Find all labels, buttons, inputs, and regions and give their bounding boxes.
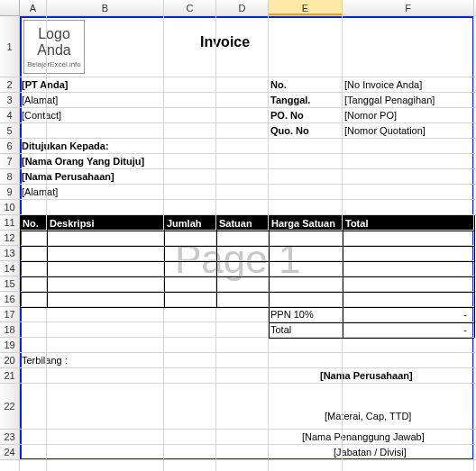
- row-header-11[interactable]: 11: [0, 215, 20, 231]
- row-header-3[interactable]: 3: [0, 93, 20, 108]
- meta-date-val[interactable]: [Tanggal Penagihan]: [344, 95, 435, 105]
- row-header-13[interactable]: 13: [0, 246, 20, 261]
- row-header-22[interactable]: 22: [0, 384, 20, 430]
- recipient-heading[interactable]: Ditujukan Kepada:: [22, 140, 109, 151]
- row-header-10[interactable]: 10: [0, 200, 20, 215]
- th-unit: Satuan: [216, 218, 269, 229]
- row-header-14[interactable]: 14: [0, 261, 20, 276]
- row-header-8[interactable]: 8: [0, 169, 20, 185]
- terbilang-label[interactable]: Terbilang :: [22, 355, 68, 366]
- th-desc: Deskripsi: [47, 218, 164, 229]
- row-header-1[interactable]: 1: [0, 16, 20, 77]
- meta-po-val[interactable]: [Nomor PO]: [344, 110, 397, 121]
- logo-text-1: Logo: [38, 26, 70, 42]
- col-header-F[interactable]: F: [343, 0, 474, 15]
- meta-quo-val[interactable]: [Nomor Quotation]: [344, 125, 426, 136]
- sender-address[interactable]: [Alamat]: [22, 95, 58, 105]
- row-header-18[interactable]: 18: [0, 322, 20, 338]
- sign-stamp[interactable]: [Materai, Cap, TTD]: [325, 411, 411, 421]
- row-header-23[interactable]: 23: [0, 430, 20, 445]
- meta-date-label[interactable]: Tanggal.: [270, 95, 310, 105]
- row-header-19[interactable]: 19: [0, 338, 20, 353]
- row-header-17[interactable]: 17: [0, 307, 20, 322]
- meta-no-label[interactable]: No.: [270, 79, 287, 90]
- logo-subtext: BelajarExcel.info: [27, 60, 81, 68]
- sign-company[interactable]: [Nama Perusahaan]: [320, 370, 413, 381]
- row-header-2[interactable]: 2: [0, 77, 20, 93]
- row-headers: 123456789101112131415161718192021222324: [0, 16, 20, 471]
- th-total: Total: [343, 218, 474, 229]
- th-qty: Jumlah: [164, 218, 216, 229]
- row-header-7[interactable]: 7: [0, 154, 20, 169]
- row-header-16[interactable]: 16: [0, 292, 20, 307]
- row-header-24[interactable]: 24: [0, 445, 20, 460]
- row-header-20[interactable]: 20: [0, 353, 20, 368]
- recipient-company[interactable]: [Nama Perusahaan]: [22, 171, 114, 182]
- recipient-address[interactable]: [Alamat]: [22, 186, 58, 197]
- th-price: Harga Satuan: [269, 218, 343, 229]
- col-header-A[interactable]: A: [20, 0, 47, 15]
- col-header-B[interactable]: B: [47, 0, 164, 15]
- th-no: No.: [20, 218, 47, 229]
- logo-text-2: Anda: [37, 42, 70, 59]
- sheet-area[interactable]: Logo Anda BelajarExcel.info Invoice [PT …: [20, 16, 476, 471]
- sender-company[interactable]: [PT Anda]: [22, 79, 69, 90]
- meta-no-val[interactable]: [No Invoice Anda]: [344, 79, 422, 90]
- col-header-D[interactable]: D: [216, 0, 269, 15]
- row-header-4[interactable]: 4: [0, 108, 20, 123]
- meta-po-label[interactable]: PO. No: [270, 110, 304, 121]
- total-label[interactable]: Total: [270, 324, 291, 335]
- invoice-title: Invoice: [200, 34, 250, 50]
- total-val[interactable]: -: [343, 324, 471, 335]
- table-header-row: No. Deskripsi Jumlah Satuan Harga Satuan…: [20, 215, 474, 231]
- row-header-9[interactable]: 9: [0, 185, 20, 200]
- sign-person[interactable]: [Nama Penanggung Jawab]: [302, 431, 425, 442]
- ppn-label[interactable]: PPN 10%: [270, 309, 314, 320]
- col-header-E[interactable]: E: [269, 0, 343, 15]
- row-header-6[interactable]: 6: [0, 139, 20, 154]
- row-header-12[interactable]: 12: [0, 231, 20, 246]
- column-headers: ABCDEF: [0, 0, 476, 16]
- row-header-5[interactable]: 5: [0, 123, 20, 139]
- row-header-15[interactable]: 15: [0, 276, 20, 292]
- recipient-name[interactable]: [Nama Orang Yang Dituju]: [22, 156, 144, 167]
- ppn-val[interactable]: -: [343, 309, 471, 320]
- row-header-21[interactable]: 21: [0, 368, 20, 384]
- sender-contact[interactable]: [Contact]: [22, 110, 61, 121]
- col-header-C[interactable]: C: [164, 0, 216, 15]
- sign-title[interactable]: [Jabatan / Divisi]: [334, 447, 407, 457]
- logo-placeholder: Logo Anda BelajarExcel.info: [23, 20, 85, 74]
- select-all-corner[interactable]: [0, 0, 20, 15]
- meta-quo-label[interactable]: Quo. No: [270, 125, 309, 136]
